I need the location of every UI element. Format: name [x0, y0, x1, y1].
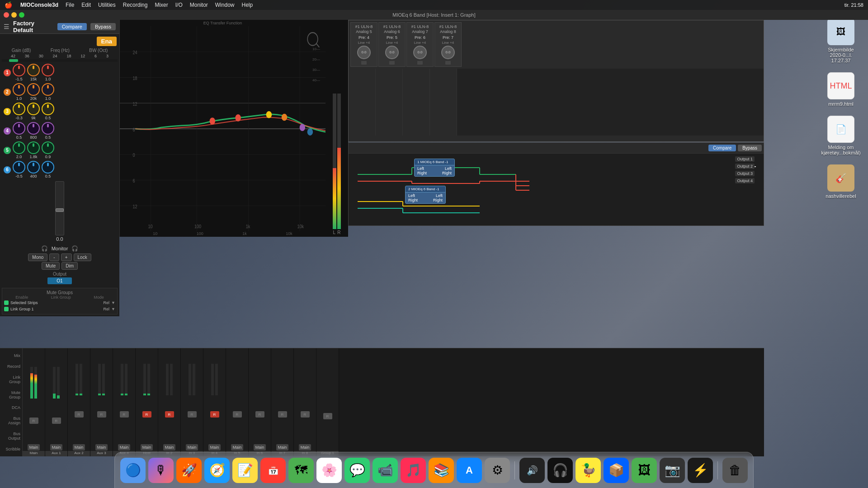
- master-fader[interactable]: [55, 181, 64, 235]
- plus-button[interactable]: +: [61, 253, 72, 261]
- dock-sysprefs[interactable]: ⚙: [485, 458, 510, 483]
- dock-calendar[interactable]: 📅: [260, 458, 286, 483]
- dock-siri[interactable]: 🎙: [148, 458, 174, 483]
- band-number-3[interactable]: 3: [4, 108, 11, 115]
- routing-node-2[interactable]: 2 MIOEq 6 Band -1 LeftRight LeftRight: [405, 186, 446, 204]
- desktop-icon-html[interactable]: HTML mrrm9.html: [823, 72, 859, 107]
- dock-appstore[interactable]: A: [457, 458, 482, 483]
- menu-mixer[interactable]: Mixer: [151, 2, 171, 8]
- ch-rec-host[interactable]: R: [142, 411, 151, 418]
- band1-bw-knob[interactable]: 1.0: [42, 64, 54, 81]
- ch-rec-aux3[interactable]: R: [97, 411, 106, 418]
- band2-gain-knob[interactable]: 1.0: [13, 83, 25, 101]
- close-button[interactable]: [4, 12, 9, 18]
- uln4-knob[interactable]: 0.0: [441, 46, 455, 59]
- window-controls[interactable]: [4, 12, 24, 18]
- lg2-checkbox[interactable]: [4, 307, 9, 311]
- ch-bus-aux4[interactable]: Main: [118, 444, 131, 450]
- band5-gain-knob[interactable]: 2.0: [13, 141, 25, 159]
- ch-rec-aux4[interactable]: R: [120, 411, 129, 418]
- menu-file[interactable]: File: [62, 2, 78, 8]
- ch-rec-in7[interactable]: R: [278, 411, 287, 418]
- dock-trash[interactable]: 🗑: [722, 458, 748, 483]
- eq-graph-svg[interactable]: 24 18 12 6 0 6 12 10 100 1k 10k: [120, 26, 326, 231]
- uln1-knob[interactable]: 0.0: [357, 46, 371, 59]
- lock-button[interactable]: Lock: [74, 253, 91, 261]
- ch-rec-in6[interactable]: R: [255, 411, 264, 418]
- ch-bus-in7[interactable]: Main: [276, 444, 289, 450]
- dock-cyberduck[interactable]: 🦆: [576, 458, 601, 483]
- dock-notes[interactable]: 📝: [232, 458, 258, 483]
- minus-button[interactable]: -: [49, 253, 59, 261]
- ch-rec-group1[interactable]: R: [323, 413, 332, 419]
- dock-safari[interactable]: 🧭: [204, 458, 230, 483]
- band4-bw-knob[interactable]: 0.5: [42, 122, 54, 140]
- dock-music[interactable]: 🎵: [401, 458, 426, 483]
- band6-bw-knob[interactable]: 0.5: [42, 161, 54, 178]
- dock-finder[interactable]: 🔵: [120, 458, 146, 483]
- fullscreen-button[interactable]: [19, 12, 24, 18]
- menu-window[interactable]: Window: [212, 2, 238, 8]
- band2-freq-knob[interactable]: 20k: [27, 83, 40, 101]
- dock-messages[interactable]: 💬: [344, 458, 370, 483]
- band2-bw-knob[interactable]: 1.0: [42, 83, 54, 101]
- band-number-2[interactable]: 2: [4, 89, 11, 96]
- dock-audiomidi[interactable]: 🔊: [519, 458, 545, 483]
- band6-freq-knob[interactable]: 400: [27, 161, 40, 178]
- ch-bus-aux3[interactable]: Main: [95, 444, 108, 450]
- mute-button[interactable]: Mute: [42, 262, 60, 270]
- band5-freq-knob[interactable]: 1.8k: [27, 141, 40, 159]
- menu-edit[interactable]: Edit: [78, 2, 94, 8]
- dock-preview[interactable]: 🖼: [632, 458, 657, 483]
- menu-utilities[interactable]: Utilities: [94, 2, 119, 8]
- dock-battery[interactable]: ⚡: [688, 458, 713, 483]
- dock-dropbox[interactable]: 📦: [604, 458, 629, 483]
- dock-maps[interactable]: 🗺: [288, 458, 314, 483]
- ch-rec-main[interactable]: R: [29, 418, 38, 424]
- uln2-knob[interactable]: 0.0: [385, 46, 399, 59]
- band4-freq-knob[interactable]: 800: [27, 122, 40, 140]
- band1-freq-knob[interactable]: 15k: [27, 64, 40, 81]
- ch-bus-in2[interactable]: Main: [163, 444, 176, 450]
- desktop-icon-screenshot[interactable]: 🖼 Skjermbilde2020-0...l. 17.27.37: [823, 18, 859, 63]
- dock-facetime[interactable]: 📹: [373, 458, 398, 483]
- enable-button[interactable]: Ena: [97, 37, 117, 46]
- band1-gain-knob[interactable]: -1.5: [13, 64, 25, 81]
- band-number-4[interactable]: 4: [4, 127, 11, 135]
- routing-compare-button[interactable]: Compare: [708, 145, 736, 151]
- band-number-6[interactable]: 6: [4, 166, 11, 174]
- band-number-5[interactable]: 5: [4, 147, 11, 154]
- dock-launchpad[interactable]: 🚀: [176, 458, 202, 483]
- menu-io[interactable]: I/O: [172, 2, 186, 8]
- band6-gain-knob[interactable]: -0.5: [13, 161, 25, 178]
- routing-node-1[interactable]: 1 MIOEq 6 Band -1 LeftRight LeftRight: [414, 159, 455, 177]
- uln3-knob[interactable]: 0.0: [413, 46, 427, 59]
- dock-photos[interactable]: 🌸: [316, 458, 342, 483]
- ch-rec-in8[interactable]: R: [301, 411, 310, 418]
- desktop-icon-nashville[interactable]: 🎸 nashvillerebel: [823, 164, 859, 199]
- ch-rec-in5[interactable]: R: [233, 411, 242, 418]
- desktop-icon-pdf[interactable]: 📄 Melding omkjøretøy...bokmål): [823, 116, 859, 155]
- dim-button[interactable]: Dim: [61, 262, 78, 270]
- routing-bypass-button[interactable]: Bypass: [738, 145, 762, 151]
- app-name[interactable]: MIOConsole3d: [17, 2, 62, 8]
- ch-bus-host[interactable]: Main: [141, 444, 153, 450]
- ch-rec-in4[interactable]: R: [210, 411, 219, 418]
- ch-bus-in4[interactable]: Main: [208, 444, 221, 450]
- minimize-button[interactable]: [11, 12, 17, 18]
- band3-bw-knob[interactable]: 0.5: [42, 103, 54, 120]
- ch-bus-aux2[interactable]: Main: [73, 444, 85, 450]
- ch-bus-in5[interactable]: Main: [231, 444, 244, 450]
- dock-headphones[interactable]: 🎧: [547, 458, 573, 483]
- bypass-button[interactable]: Bypass: [90, 23, 116, 30]
- band3-freq-knob[interactable]: 9k: [27, 103, 40, 120]
- apple-menu-icon[interactable]: 🍎: [0, 1, 17, 9]
- ch-bus-in6[interactable]: Main: [254, 444, 266, 450]
- band3-gain-knob[interactable]: -0.3: [13, 103, 25, 120]
- ch-rec-aux1[interactable]: R: [52, 418, 61, 424]
- menu-help[interactable]: Help: [238, 2, 256, 8]
- menu-recording[interactable]: Recording: [119, 2, 151, 8]
- ch-bus-main[interactable]: Main: [28, 444, 40, 450]
- band-number-1[interactable]: 1: [4, 69, 11, 76]
- ch-bus-in8[interactable]: Main: [299, 444, 311, 450]
